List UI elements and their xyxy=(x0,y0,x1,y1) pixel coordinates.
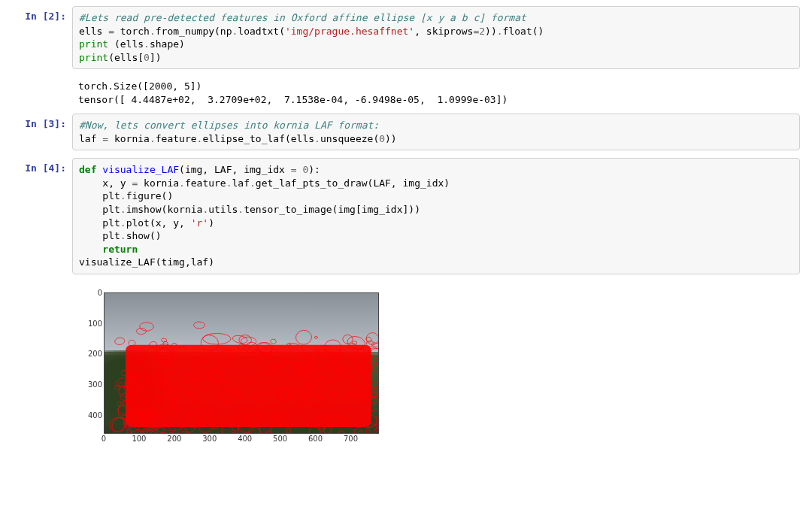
output-cell: Out[ ]: 01002003004000100200300400500600… xyxy=(12,282,800,453)
svg-point-109 xyxy=(293,329,314,347)
x-tick: 200 xyxy=(167,435,181,443)
output-text: torch.Size([2000, 5]) tensor([ 4.4487e+0… xyxy=(78,80,794,106)
y-tick: 200 xyxy=(88,350,102,358)
svg-point-277 xyxy=(194,322,205,329)
svg-point-56 xyxy=(266,430,271,432)
laf-overlay xyxy=(105,293,378,433)
svg-point-195 xyxy=(161,338,167,342)
x-tick: 300 xyxy=(202,435,217,443)
y-tick: 300 xyxy=(88,380,102,389)
svg-point-15 xyxy=(114,337,126,346)
input-prompt: In [4]: xyxy=(12,158,72,174)
x-tick: 0 xyxy=(102,435,106,443)
code-text[interactable]: #Lets read pre-detected features in Oxfo… xyxy=(79,11,793,64)
input-prompt: In [2]: xyxy=(12,6,72,22)
output-area: torch.Size([2000, 5]) tensor([ 4.4487e+0… xyxy=(72,77,800,106)
svg-point-144 xyxy=(270,339,276,344)
y-tick: 100 xyxy=(88,319,102,327)
code-text[interactable]: #Now, lets convert ellipses into kornia … xyxy=(79,119,793,145)
code-input-area[interactable]: def visualize_LAF(img, LAF, img_idx = 0)… xyxy=(72,158,800,274)
plot-axes xyxy=(104,292,379,434)
svg-point-136 xyxy=(231,429,236,433)
svg-point-258 xyxy=(119,383,123,387)
plot-output: 01002003004000100200300400500600700 xyxy=(72,282,800,453)
code-input-area[interactable]: #Now, lets convert ellipses into kornia … xyxy=(72,114,800,150)
svg-point-259 xyxy=(286,428,291,433)
matplotlib-figure: 01002003004000100200300400500600700 xyxy=(78,288,394,453)
x-tick: 700 xyxy=(344,435,358,443)
x-tick: 500 xyxy=(273,435,287,443)
svg-point-276 xyxy=(136,328,146,334)
x-tick: 100 xyxy=(132,435,146,443)
code-input-area[interactable]: #Lets read pre-detected features in Oxfo… xyxy=(72,6,800,69)
x-tick: 400 xyxy=(238,435,252,443)
code-cell: In [2]: #Lets read pre-detected features… xyxy=(12,6,800,69)
svg-point-171 xyxy=(314,336,318,339)
y-tick: 400 xyxy=(88,411,102,420)
svg-point-100 xyxy=(357,430,364,432)
code-cell: In [4]: def visualize_LAF(img, LAF, img_… xyxy=(12,158,800,274)
code-cell: In [3]: #Now, lets convert ellipses into… xyxy=(12,114,800,150)
code-text[interactable]: def visualize_LAF(img, LAF, img_idx = 0)… xyxy=(79,163,793,268)
output-cell: Out[ ]: torch.Size([2000, 5]) tensor([ 4… xyxy=(12,77,800,106)
svg-point-197 xyxy=(371,362,378,373)
input-prompt: In [3]: xyxy=(12,114,72,129)
svg-point-139 xyxy=(338,430,344,432)
svg-point-275 xyxy=(140,323,154,331)
svg-point-209 xyxy=(232,334,248,344)
y-tick: 0 xyxy=(98,288,102,296)
svg-point-148 xyxy=(168,432,175,432)
x-tick: 600 xyxy=(308,435,323,443)
